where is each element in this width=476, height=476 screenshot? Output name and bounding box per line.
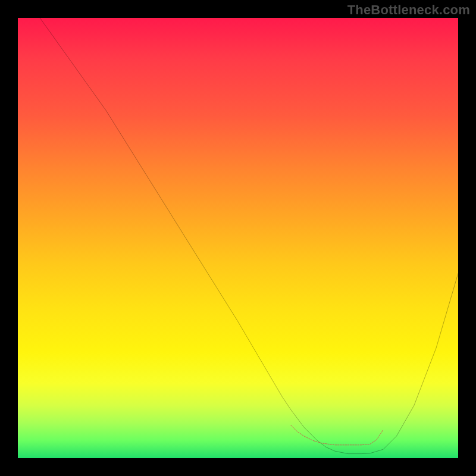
plot-area xyxy=(18,18,458,458)
chart-svg xyxy=(18,18,458,458)
chart-frame: TheBottleneck.com xyxy=(0,0,476,476)
watermark-text: TheBottleneck.com xyxy=(347,2,470,18)
bottleneck-curve xyxy=(40,18,458,454)
